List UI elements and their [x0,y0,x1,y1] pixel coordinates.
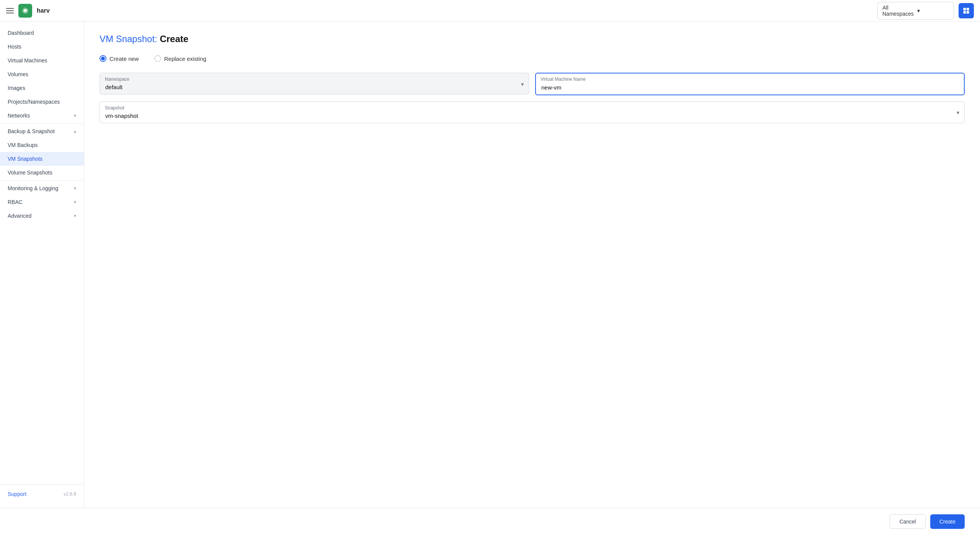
bottom-bar: Cancel Create [0,508,980,535]
sidebar-item-backup-snapshot[interactable]: Backup & Snapshot ▴ [0,124,84,138]
header: harv All Namespaces ▾ [0,0,980,21]
snapshot-label: Snapshot [105,105,124,111]
layout: Dashboard Hosts Virtual Machines Volumes… [0,21,980,508]
chevron-down-icon: ▾ [74,186,76,191]
chevron-up-icon: ▴ [74,129,76,134]
radio-circle-create-new [100,55,106,62]
svg-rect-4 [967,11,969,13]
sidebar-item-projects-namespaces[interactable]: Projects/Namespaces [0,95,84,109]
sidebar-footer: Support v2.6.9 [0,484,84,503]
page-title: VM Snapshot: Create [100,34,965,44]
create-button[interactable]: Create [930,514,965,529]
sidebar-item-virtual-machines[interactable]: Virtual Machines [0,54,84,67]
sidebar-item-networks[interactable]: Networks ▾ [0,109,84,122]
radio-create-new[interactable]: Create new [100,55,139,62]
sidebar-item-volume-snapshots[interactable]: Volume Snapshots [0,166,84,179]
namespace-select[interactable]: default [100,73,529,95]
radio-circle-replace-existing [154,55,161,62]
vm-name-input[interactable] [535,73,965,95]
svg-rect-2 [967,8,969,10]
snapshot-field-group: Snapshot vm-snapshot ▾ [100,101,965,123]
notification-button[interactable] [959,3,974,18]
namespace-chevron: ▾ [917,8,949,14]
namespace-value: All Namespaces [882,5,914,17]
chevron-down-icon: ▾ [74,199,76,205]
support-link[interactable]: Support [8,491,26,497]
sidebar-item-advanced[interactable]: Advanced ▾ [0,209,84,223]
sidebar-item-volumes[interactable]: Volumes [0,67,84,81]
svg-rect-1 [964,8,966,10]
main-content: VM Snapshot: Create Create new Replace e… [84,21,980,508]
sidebar-item-rbac[interactable]: RBAC ▾ [0,195,84,209]
svg-rect-3 [964,11,966,13]
app-name: harv [37,7,50,14]
version-label: v2.6.9 [64,491,76,497]
sidebar-item-vm-backups[interactable]: VM Backups [0,138,84,152]
vm-name-field-group: Virtual Machine Name [535,73,965,95]
sidebar: Dashboard Hosts Virtual Machines Volumes… [0,21,84,508]
logo-icon [18,4,32,18]
hamburger-menu[interactable] [6,8,14,13]
sidebar-item-hosts[interactable]: Hosts [0,40,84,54]
chevron-down-icon: ▾ [74,113,76,118]
chevron-down-icon: ▾ [74,213,76,219]
namespace-selector[interactable]: All Namespaces ▾ [877,2,954,20]
sidebar-item-vm-snapshots[interactable]: VM Snapshots [0,152,84,166]
sidebar-item-images[interactable]: Images [0,81,84,95]
header-right: All Namespaces ▾ [877,2,974,20]
sidebar-item-dashboard[interactable]: Dashboard [0,26,84,40]
namespace-field-group: Namespace default ▾ [100,73,529,95]
cancel-button[interactable]: Cancel [890,514,926,529]
header-left: harv [6,4,877,18]
snapshot-select[interactable]: vm-snapshot [100,101,965,123]
radio-create-new-label: Create new [109,55,139,62]
sidebar-item-monitoring-logging[interactable]: Monitoring & Logging ▾ [0,181,84,195]
vm-name-label: Virtual Machine Name [541,77,586,82]
radio-replace-existing[interactable]: Replace existing [154,55,206,62]
radio-group: Create new Replace existing [100,55,965,62]
radio-replace-existing-label: Replace existing [164,55,206,62]
namespace-label: Namespace [105,77,129,82]
form-row-namespace-vm: Namespace default ▾ Virtual Machine Name [100,73,965,95]
